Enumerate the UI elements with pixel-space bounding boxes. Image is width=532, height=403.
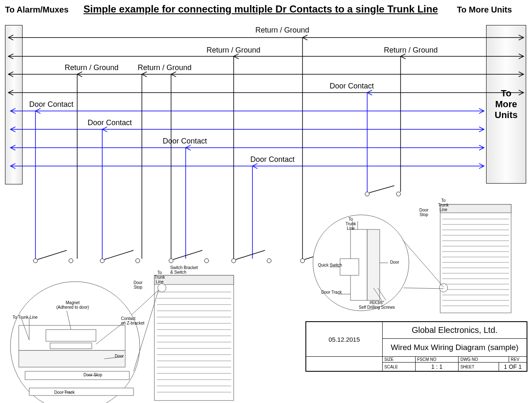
left-magnet-label: Magnet (Adhered to door) (56, 300, 89, 310)
right-doortrack-label: Door Track (321, 290, 342, 295)
left-door-label: Door (115, 354, 124, 358)
svg-point-15 (100, 259, 104, 263)
svg-point-29 (300, 259, 305, 263)
right-screws-label: #6X3/8" Self Drilling Screws (359, 300, 395, 310)
tb-dwg-hdr: DWG NO (459, 357, 509, 363)
dc-label-6: Door Contact (330, 82, 374, 91)
tb-size-hdr: SIZE (383, 357, 416, 363)
svg-point-39 (158, 284, 166, 292)
svg-rect-38 (154, 275, 234, 285)
left-trunk-label: To Trunk Line (13, 315, 38, 320)
svg-point-21 (204, 259, 209, 263)
svg-point-25 (232, 259, 236, 263)
title-block: 05.12.2015 Global Electronics, Ltd. Wire… (305, 321, 527, 372)
tb-company: Global Electronics, Ltd. (383, 322, 527, 339)
svg-point-16 (136, 259, 140, 263)
tb-rev-hdr: REV (509, 357, 527, 363)
dc-label-1: Door Contact (29, 100, 73, 109)
left-doortrack-label: Door Track (54, 390, 75, 395)
dc-label-4: Door Contact (250, 155, 295, 164)
svg-line-91 (403, 288, 444, 289)
svg-point-10 (33, 259, 38, 263)
svg-rect-93 (367, 229, 380, 300)
svg-point-20 (169, 259, 173, 263)
left-doorstop2-label: Door Stop (134, 280, 143, 290)
svg-rect-37 (154, 275, 234, 400)
tb-date: 05.12.2015 (306, 322, 383, 357)
tb-sheet: 1 OF 1 (499, 363, 527, 371)
right-doorstop-label: Door Stop (419, 208, 429, 217)
svg-point-26 (267, 259, 271, 263)
dc-label-3: Door Contact (163, 137, 207, 146)
svg-rect-61 (50, 343, 92, 349)
tb-drawing: Wired Mux Wiring Diagram (sample) (383, 339, 527, 357)
right-detail-svg (311, 196, 519, 321)
right-trunk2-label: To Trunk Line (438, 198, 449, 212)
left-contact-label: Contact on Z-bracket (121, 316, 144, 325)
svg-rect-94 (340, 259, 359, 275)
svg-rect-69 (440, 204, 511, 313)
tb-sheet-hdr: SHEET (459, 363, 499, 371)
svg-point-88 (439, 284, 448, 292)
svg-point-34 (365, 192, 369, 196)
dc-label-2: Door Contact (88, 118, 132, 127)
rg-label-3: Return / Ground (65, 63, 119, 72)
rg-label-4: Return / Ground (138, 63, 192, 72)
svg-rect-60 (46, 330, 96, 341)
left-switchbracket-label: Switch Bracket & Switch (170, 265, 198, 275)
tb-scale-hdr: SCALE (383, 363, 416, 371)
rg-label-2b: Return / Ground (384, 46, 438, 55)
right-door-label: Door (390, 260, 399, 264)
svg-line-12 (38, 250, 67, 259)
svg-point-11 (69, 259, 73, 263)
left-trunk2-label: To Trunk Line (154, 270, 165, 284)
svg-line-17 (104, 250, 134, 259)
right-trunk-label: To Trunk Line (345, 217, 356, 231)
svg-line-27 (236, 250, 265, 259)
svg-rect-70 (440, 204, 511, 213)
svg-line-36 (369, 186, 394, 193)
rg-label-2: Return / Ground (207, 46, 260, 55)
tb-fscm-hdr: FSCM NO (415, 357, 459, 363)
left-detail-svg (0, 267, 250, 403)
left-doorstop-label: Door Stop (83, 373, 102, 377)
right-quickswitch-label: Quick Switch (318, 263, 342, 267)
tb-scale: 1 : 1 (415, 363, 459, 371)
svg-line-22 (173, 250, 202, 259)
svg-point-35 (396, 192, 401, 196)
rg-label-1: Return / Ground (255, 26, 309, 35)
